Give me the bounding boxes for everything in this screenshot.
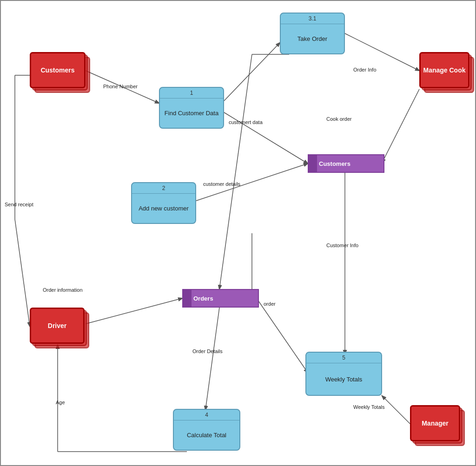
svg-line-3 (345, 33, 419, 71)
flow-phone-number: Phone Number (103, 84, 138, 89)
datastore-orders-tab (183, 290, 192, 307)
manager-entity[interactable]: Manager (410, 405, 460, 441)
datastore-customers-tab (309, 155, 317, 172)
process-weekly-totals-label: Weekly Totals (324, 363, 364, 395)
process-weekly-totals-number: 5 (306, 353, 381, 363)
process-calculate-total-number: 4 (174, 410, 239, 420)
svg-line-4 (382, 89, 419, 163)
customers-entity[interactable]: Customers (30, 52, 86, 88)
process-take-order-label: Take Order (296, 24, 329, 53)
process-find-customer[interactable]: 1 Find Customer Data (159, 87, 224, 129)
manager-label: Manager (422, 420, 449, 427)
svg-line-12 (205, 308, 219, 410)
driver-label: Driver (48, 322, 66, 329)
driver-entity[interactable]: Driver (30, 308, 85, 344)
flow-customer-details: customer details (203, 181, 240, 187)
process-calculate-total-label: Calculate Total (185, 420, 228, 450)
customers-entity-label: Customers (40, 66, 74, 74)
datastore-customers-label: Customers (319, 160, 350, 167)
manage-cook-label: Manage Cook (423, 66, 465, 74)
svg-line-13 (382, 396, 410, 424)
datastore-customers[interactable]: Customers (308, 154, 384, 173)
flow-order: order (264, 301, 276, 307)
process-weekly-totals[interactable]: 5 Weekly Totals (305, 352, 382, 396)
manage-cook-entity[interactable]: Manage Cook (419, 52, 469, 88)
process-take-order[interactable]: 3.1 Take Order (280, 13, 345, 54)
process-calculate-total[interactable]: 4 Calculate Total (173, 409, 240, 451)
process-find-customer-number: 1 (160, 88, 223, 98)
process-add-customer[interactable]: 2 Add new customer (131, 182, 196, 224)
process-add-customer-label: Add new customer (137, 194, 191, 223)
process-take-order-number: 3.1 (281, 13, 344, 24)
flow-send-receipt: Send receipt (5, 202, 33, 207)
flow-customer-info: Customer Info (326, 243, 358, 248)
svg-line-19 (257, 298, 308, 373)
process-add-customer-number: 2 (132, 183, 195, 194)
svg-line-18 (15, 219, 30, 326)
datastore-orders-label: Orders (193, 295, 213, 302)
diagram-container: Customers Manage Cook Driver Manager 3.1… (0, 0, 476, 466)
flow-order-information: Order information (43, 287, 83, 293)
flow-age: Age (56, 400, 65, 405)
datastore-orders[interactable]: Orders (182, 289, 259, 308)
flow-order-info: Order Info (353, 67, 377, 72)
svg-line-1 (224, 43, 280, 101)
flow-customer-data: customert data (229, 119, 263, 125)
flow-order-details: Order Details (192, 348, 223, 354)
svg-line-11 (219, 54, 252, 289)
process-find-customer-label: Find Customer Data (163, 98, 220, 128)
flow-weekly-totals: Weekly Totals (353, 404, 384, 410)
svg-line-7 (86, 298, 182, 324)
flow-cook-order: Cook order (326, 116, 351, 122)
